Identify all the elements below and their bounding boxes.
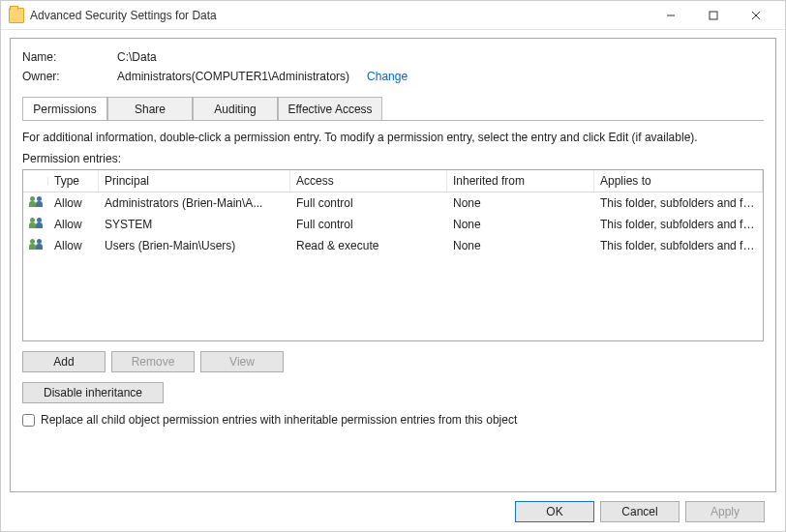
disable-inheritance-button[interactable]: Disable inheritance	[22, 382, 164, 403]
col-type[interactable]: Type	[48, 170, 99, 192]
cell-access: Read & execute	[290, 237, 447, 254]
owner-value: Administrators(COMPUTER1\Administrators)	[117, 70, 349, 83]
view-button[interactable]: View	[200, 351, 284, 372]
cell-principal: Administrators (Brien-Main\A...	[99, 194, 290, 212]
name-value: C:\Data	[117, 50, 157, 64]
tab-auditing[interactable]: Auditing	[193, 97, 278, 121]
window-frame: Advanced Security Settings for Data Name…	[0, 0, 786, 532]
table-row[interactable]: Allow Administrators (Brien-Main\A... Fu…	[23, 192, 763, 214]
cell-access: Full control	[290, 194, 447, 212]
permission-entries-label: Permission entries:	[22, 152, 764, 165]
main-panel: Name: C:\Data Owner: Administrators(COMP…	[10, 38, 776, 492]
name-row: Name: C:\Data	[22, 50, 764, 64]
replace-checkbox[interactable]	[22, 414, 35, 427]
cell-inherited: None	[447, 237, 594, 254]
content-area: Name: C:\Data Owner: Administrators(COMP…	[1, 30, 785, 531]
maximize-button[interactable]	[692, 2, 735, 29]
info-text: For additional information, double-click…	[22, 131, 764, 144]
col-icon[interactable]	[23, 177, 48, 185]
svg-rect-1	[710, 12, 717, 19]
replace-checkbox-label: Replace all child object permission entr…	[41, 413, 517, 427]
tab-divider	[22, 120, 764, 121]
inheritance-buttons: Disable inheritance	[22, 382, 764, 403]
remove-button[interactable]: Remove	[111, 351, 195, 372]
replace-checkbox-row[interactable]: Replace all child object permission entr…	[22, 413, 764, 427]
cancel-button[interactable]: Cancel	[600, 501, 680, 522]
permission-grid[interactable]: Type Principal Access Inherited from App…	[22, 169, 764, 341]
cell-inherited: None	[447, 194, 594, 212]
apply-button[interactable]: Apply	[685, 501, 765, 522]
owner-row: Owner: Administrators(COMPUTER1\Administ…	[22, 70, 764, 83]
titlebar[interactable]: Advanced Security Settings for Data	[1, 1, 785, 30]
cell-access: Full control	[290, 216, 447, 233]
minimize-button[interactable]	[650, 2, 692, 29]
grid-header: Type Principal Access Inherited from App…	[23, 170, 763, 192]
tab-effective-access[interactable]: Effective Access	[278, 97, 382, 121]
cell-applies: This folder, subfolders and files	[594, 237, 763, 254]
users-group-icon	[29, 196, 45, 210]
cell-type: Allow	[48, 237, 99, 254]
window-title: Advanced Security Settings for Data	[30, 9, 650, 22]
change-owner-link[interactable]: Change	[367, 70, 408, 83]
folder-icon	[9, 8, 24, 23]
add-button[interactable]: Add	[22, 351, 106, 372]
cell-applies: This folder, subfolders and files	[594, 216, 763, 233]
users-group-icon	[29, 239, 45, 252]
window-controls	[650, 2, 777, 29]
tab-strip: Permissions Share Auditing Effective Acc…	[22, 97, 764, 121]
col-principal[interactable]: Principal	[99, 170, 290, 192]
table-row[interactable]: Allow SYSTEM Full control None This fold…	[23, 214, 763, 235]
tab-share[interactable]: Share	[107, 97, 193, 121]
entry-buttons: Add Remove View	[22, 351, 764, 372]
cell-principal: Users (Brien-Main\Users)	[99, 237, 290, 254]
dialog-footer: OK Cancel Apply	[10, 492, 776, 531]
col-applies[interactable]: Applies to	[594, 170, 763, 192]
cell-inherited: None	[447, 216, 594, 233]
cell-type: Allow	[48, 194, 99, 212]
tab-permissions[interactable]: Permissions	[22, 97, 107, 121]
owner-label: Owner:	[22, 70, 117, 83]
ok-button[interactable]: OK	[515, 501, 594, 522]
cell-applies: This folder, subfolders and files	[594, 194, 763, 212]
close-button[interactable]	[735, 2, 777, 29]
name-label: Name:	[22, 50, 117, 64]
col-access[interactable]: Access	[290, 170, 447, 192]
cell-principal: SYSTEM	[99, 216, 290, 233]
users-group-icon	[29, 218, 45, 231]
cell-type: Allow	[48, 216, 99, 233]
col-inherited[interactable]: Inherited from	[447, 170, 594, 192]
table-row[interactable]: Allow Users (Brien-Main\Users) Read & ex…	[23, 235, 763, 256]
